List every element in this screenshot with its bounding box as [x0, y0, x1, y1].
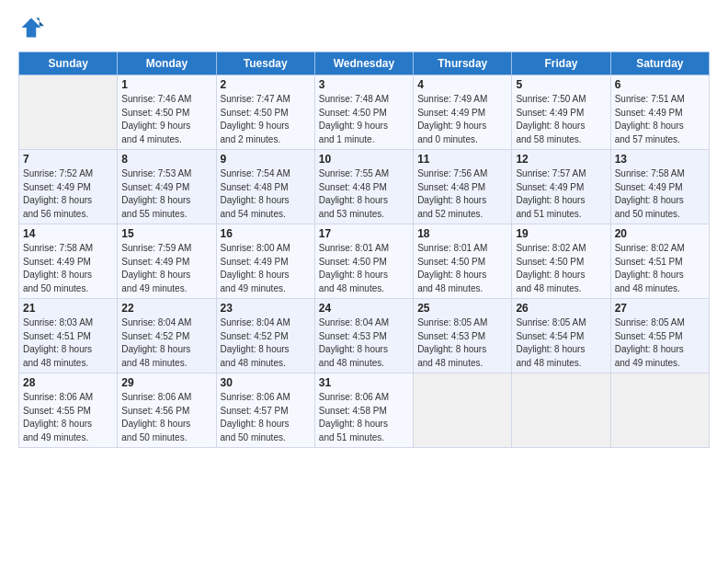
- day-cell: 2Sunrise: 7:47 AM Sunset: 4:50 PM Daylig…: [216, 75, 314, 150]
- day-cell: 9Sunrise: 7:54 AM Sunset: 4:48 PM Daylig…: [216, 150, 314, 224]
- week-row-4: 21Sunrise: 8:03 AM Sunset: 4:51 PM Dayli…: [19, 299, 710, 373]
- weekday-wednesday: Wednesday: [314, 52, 413, 75]
- day-number: 11: [417, 153, 507, 166]
- day-info: Sunrise: 7:53 AM Sunset: 4:49 PM Dayligh…: [121, 167, 211, 221]
- day-info: Sunrise: 7:58 AM Sunset: 4:49 PM Dayligh…: [23, 242, 113, 295]
- day-info: Sunrise: 7:49 AM Sunset: 4:49 PM Dayligh…: [417, 93, 507, 146]
- day-info: Sunrise: 8:05 AM Sunset: 4:55 PM Dayligh…: [615, 316, 705, 370]
- day-cell: 1Sunrise: 7:46 AM Sunset: 4:50 PM Daylig…: [118, 75, 216, 150]
- day-cell: [512, 373, 610, 448]
- day-cell: 15Sunrise: 7:59 AM Sunset: 4:49 PM Dayli…: [118, 224, 216, 299]
- day-number: 2: [221, 78, 311, 91]
- day-number: 9: [221, 153, 311, 166]
- day-info: Sunrise: 8:04 AM Sunset: 4:52 PM Dayligh…: [121, 316, 211, 370]
- day-number: 14: [23, 227, 113, 240]
- day-info: Sunrise: 7:50 AM Sunset: 4:49 PM Dayligh…: [516, 93, 606, 146]
- day-info: Sunrise: 8:05 AM Sunset: 4:54 PM Dayligh…: [516, 316, 606, 370]
- day-cell: 11Sunrise: 7:56 AM Sunset: 4:48 PM Dayli…: [414, 150, 512, 224]
- day-number: 18: [417, 227, 507, 240]
- week-row-1: 1Sunrise: 7:46 AM Sunset: 4:50 PM Daylig…: [19, 75, 710, 150]
- day-cell: 12Sunrise: 7:57 AM Sunset: 4:49 PM Dayli…: [512, 150, 610, 224]
- weekday-tuesday: Tuesday: [216, 52, 314, 75]
- day-cell: 7Sunrise: 7:52 AM Sunset: 4:49 PM Daylig…: [19, 150, 118, 224]
- weekday-header-row: SundayMondayTuesdayWednesdayThursdayFrid…: [19, 52, 710, 75]
- day-cell: 20Sunrise: 8:02 AM Sunset: 4:51 PM Dayli…: [610, 224, 709, 299]
- day-number: 30: [221, 376, 311, 389]
- day-number: 4: [417, 78, 507, 91]
- day-cell: 4Sunrise: 7:49 AM Sunset: 4:49 PM Daylig…: [414, 75, 512, 150]
- day-info: Sunrise: 8:01 AM Sunset: 4:50 PM Dayligh…: [319, 242, 409, 295]
- day-info: Sunrise: 8:00 AM Sunset: 4:49 PM Dayligh…: [221, 242, 311, 295]
- weekday-sunday: Sunday: [19, 52, 118, 75]
- weekday-saturday: Saturday: [610, 52, 709, 75]
- day-cell: 23Sunrise: 8:04 AM Sunset: 4:52 PM Dayli…: [216, 299, 314, 373]
- day-info: Sunrise: 7:57 AM Sunset: 4:49 PM Dayligh…: [516, 167, 606, 221]
- day-number: 21: [23, 302, 113, 315]
- day-info: Sunrise: 7:58 AM Sunset: 4:49 PM Dayligh…: [615, 167, 705, 221]
- svg-marker-0: [22, 18, 41, 38]
- day-cell: 8Sunrise: 7:53 AM Sunset: 4:49 PM Daylig…: [118, 150, 216, 224]
- day-cell: 17Sunrise: 8:01 AM Sunset: 4:50 PM Dayli…: [314, 224, 413, 299]
- day-info: Sunrise: 8:05 AM Sunset: 4:53 PM Dayligh…: [417, 316, 507, 370]
- day-info: Sunrise: 8:04 AM Sunset: 4:53 PM Dayligh…: [319, 316, 409, 370]
- day-number: 1: [121, 78, 211, 91]
- day-info: Sunrise: 7:51 AM Sunset: 4:49 PM Dayligh…: [615, 93, 705, 146]
- day-number: 29: [121, 376, 211, 389]
- day-info: Sunrise: 7:56 AM Sunset: 4:48 PM Dayligh…: [417, 167, 507, 221]
- day-info: Sunrise: 7:48 AM Sunset: 4:50 PM Dayligh…: [319, 93, 409, 146]
- day-number: 27: [615, 302, 705, 315]
- day-cell: 19Sunrise: 8:02 AM Sunset: 4:50 PM Dayli…: [512, 224, 610, 299]
- day-number: 26: [516, 302, 606, 315]
- day-cell: 29Sunrise: 8:06 AM Sunset: 4:56 PM Dayli…: [118, 373, 216, 448]
- logo: [18, 15, 48, 40]
- page: SundayMondayTuesdayWednesdayThursdayFrid…: [0, 0, 728, 563]
- day-info: Sunrise: 7:47 AM Sunset: 4:50 PM Dayligh…: [221, 93, 311, 146]
- day-info: Sunrise: 8:02 AM Sunset: 4:51 PM Dayligh…: [615, 242, 705, 295]
- day-number: 8: [121, 153, 211, 166]
- day-info: Sunrise: 8:02 AM Sunset: 4:50 PM Dayligh…: [516, 242, 606, 295]
- weekday-monday: Monday: [118, 52, 216, 75]
- day-info: Sunrise: 8:01 AM Sunset: 4:50 PM Dayligh…: [417, 242, 507, 295]
- day-info: Sunrise: 8:06 AM Sunset: 4:57 PM Dayligh…: [221, 391, 311, 444]
- day-cell: [610, 373, 709, 448]
- week-row-5: 28Sunrise: 8:06 AM Sunset: 4:55 PM Dayli…: [19, 373, 710, 448]
- day-number: 22: [121, 302, 211, 315]
- day-cell: 10Sunrise: 7:55 AM Sunset: 4:48 PM Dayli…: [314, 150, 413, 224]
- day-info: Sunrise: 8:03 AM Sunset: 4:51 PM Dayligh…: [23, 316, 113, 370]
- day-info: Sunrise: 7:55 AM Sunset: 4:48 PM Dayligh…: [319, 167, 409, 221]
- day-cell: [414, 373, 512, 448]
- calendar-table: SundayMondayTuesdayWednesdayThursdayFrid…: [18, 52, 710, 448]
- day-info: Sunrise: 7:54 AM Sunset: 4:48 PM Dayligh…: [221, 167, 311, 221]
- day-number: 23: [221, 302, 311, 315]
- day-cell: 28Sunrise: 8:06 AM Sunset: 4:55 PM Dayli…: [19, 373, 118, 448]
- day-cell: 26Sunrise: 8:05 AM Sunset: 4:54 PM Dayli…: [512, 299, 610, 373]
- day-number: 12: [516, 153, 606, 166]
- day-number: 31: [319, 376, 409, 389]
- logo-icon: [18, 15, 44, 40]
- day-cell: 27Sunrise: 8:05 AM Sunset: 4:55 PM Dayli…: [610, 299, 709, 373]
- day-number: 24: [319, 302, 409, 315]
- day-number: 5: [516, 78, 606, 91]
- day-number: 16: [221, 227, 311, 240]
- day-number: 6: [615, 78, 705, 91]
- day-number: 17: [319, 227, 409, 240]
- day-number: 20: [615, 227, 705, 240]
- weekday-friday: Friday: [512, 52, 610, 75]
- day-cell: [19, 75, 118, 150]
- day-cell: 22Sunrise: 8:04 AM Sunset: 4:52 PM Dayli…: [118, 299, 216, 373]
- weekday-thursday: Thursday: [414, 52, 512, 75]
- day-number: 19: [516, 227, 606, 240]
- week-row-3: 14Sunrise: 7:58 AM Sunset: 4:49 PM Dayli…: [19, 224, 710, 299]
- day-number: 15: [121, 227, 211, 240]
- day-info: Sunrise: 7:46 AM Sunset: 4:50 PM Dayligh…: [121, 93, 211, 146]
- day-cell: 14Sunrise: 7:58 AM Sunset: 4:49 PM Dayli…: [19, 224, 118, 299]
- day-info: Sunrise: 8:06 AM Sunset: 4:55 PM Dayligh…: [23, 391, 113, 444]
- day-number: 25: [417, 302, 507, 315]
- day-cell: 25Sunrise: 8:05 AM Sunset: 4:53 PM Dayli…: [414, 299, 512, 373]
- day-cell: 5Sunrise: 7:50 AM Sunset: 4:49 PM Daylig…: [512, 75, 610, 150]
- day-cell: 31Sunrise: 8:06 AM Sunset: 4:58 PM Dayli…: [314, 373, 413, 448]
- day-info: Sunrise: 7:59 AM Sunset: 4:49 PM Dayligh…: [121, 242, 211, 295]
- day-number: 10: [319, 153, 409, 166]
- day-cell: 30Sunrise: 8:06 AM Sunset: 4:57 PM Dayli…: [216, 373, 314, 448]
- day-info: Sunrise: 7:52 AM Sunset: 4:49 PM Dayligh…: [23, 167, 113, 221]
